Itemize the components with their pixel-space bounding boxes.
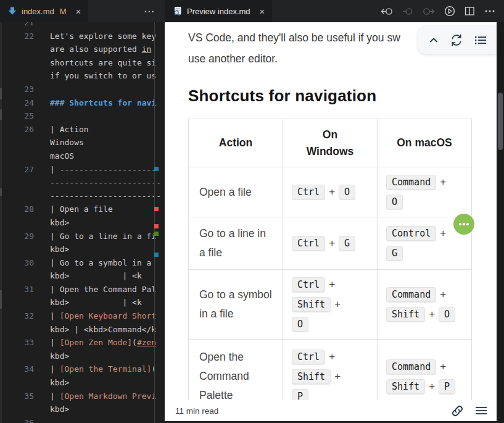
code-token: | Open a file (50, 204, 113, 214)
code-text: ----------------------- (50, 176, 161, 190)
more-actions-icon[interactable] (484, 6, 495, 16)
line-number (0, 403, 34, 416)
scroll-decoration-segment (0, 109, 2, 120)
kbd-key: Shift (386, 379, 425, 394)
code-text: | [Open the Terminal]( (50, 362, 156, 376)
editor-line: kbd> (0, 403, 165, 416)
editor-group-2-tabs: Preview index.md × (165, 0, 504, 22)
code-token: #zen (137, 338, 156, 347)
key-combo-line: Command+ (386, 285, 463, 304)
dot (466, 223, 469, 225)
line-number: 22 (0, 30, 34, 43)
code-token: [Open Keyboard Short (60, 311, 157, 320)
code-text: | Go to a symbol in a (50, 256, 151, 270)
editor-line: kbd> (0, 376, 165, 390)
editor-line: shortcuts are quite si (0, 56, 165, 70)
line-number: 21 (0, 22, 34, 30)
copy-link-icon[interactable] (450, 404, 465, 418)
markdown-source-editor[interactable]: 2122Let's explore some keyare also suppo… (0, 22, 165, 423)
table-row: Open a fileCtrl+OCommand+O (189, 167, 472, 217)
plus-separator: + (329, 186, 335, 198)
kbd-key: P (439, 379, 455, 394)
editor-ruler-line (154, 22, 155, 423)
line-number (0, 149, 34, 163)
split-editor-icon[interactable] (465, 6, 475, 16)
scroll-decoration-segment (0, 290, 2, 309)
code-token: | (50, 338, 60, 347)
close-tab-icon[interactable]: × (260, 7, 265, 16)
git-decoration-mark (154, 224, 159, 228)
line-number (0, 243, 34, 256)
editor-line: ----------------------- (0, 176, 165, 190)
markdown-preview-pane: VS Code, and they'll also be useful if y… (165, 22, 497, 421)
line-number: 23 (0, 83, 34, 96)
kbd-key: O (339, 185, 355, 199)
code-token: | Go to a symbol in a (50, 258, 151, 267)
menu-hamburger-icon[interactable] (474, 405, 488, 416)
navigate-previous-disabled-icon[interactable] (402, 6, 413, 17)
scroll-decoration-segment (0, 88, 2, 99)
kbd-key: O (439, 307, 455, 322)
kbd-key: O (386, 195, 403, 209)
line-number: 25 (0, 109, 34, 123)
editor-line: 24### Shortcuts for navi (0, 96, 165, 110)
code-token: | Go to a line in a fi (50, 232, 156, 241)
kbd-key: O (292, 317, 308, 332)
markdown-file-icon (7, 6, 17, 16)
more-tabs-icon[interactable]: ⋯ (144, 5, 155, 18)
key-combo-line: Command+ (386, 172, 463, 192)
code-token: kbd> | <k (50, 271, 142, 280)
code-token: kbd> (50, 351, 69, 361)
navigate-back-icon[interactable] (381, 6, 393, 17)
kbd-key: Shift (386, 307, 425, 322)
inline-more-options-button[interactable] (453, 214, 474, 235)
editor-line: ----------------------- (0, 190, 165, 203)
tab-preview-index-md[interactable]: Preview index.md × (165, 0, 272, 22)
editor-line: 21 (0, 22, 165, 30)
shortcut-keys-cell: Ctrl+O (283, 167, 378, 217)
code-text: shortcuts are quite si (50, 56, 156, 70)
editor-line: kbd> (0, 243, 165, 256)
editor-line: kbd> (0, 216, 165, 230)
line-number (0, 136, 34, 149)
run-preview-icon[interactable] (444, 6, 455, 17)
vscode-window: index.md M × ⋯ Preview index.md × (0, 0, 504, 423)
outline-list-icon[interactable] (473, 33, 488, 47)
line-number: 35 (0, 390, 34, 403)
preview-scrollbar-track[interactable] (497, 22, 504, 423)
plus-separator: + (329, 351, 335, 363)
code-text: kbd> (50, 403, 69, 416)
git-decoration-mark (154, 253, 159, 257)
navigate-forward-disabled-icon[interactable] (423, 6, 435, 17)
code-token: ----------------------- (50, 178, 161, 187)
code-text: | [Open Zen Mode](#zen (50, 336, 156, 350)
code-token: [Open Markdown Previ (60, 392, 157, 401)
code-token: Let's explore some key (50, 31, 156, 41)
shortcuts-table: ActionOn WindowsOn macOS Open a fileCtrl… (188, 119, 472, 414)
kbd-key: Ctrl (292, 185, 325, 199)
table-header-cell: On Windows (283, 119, 378, 167)
shortcut-keys-cell: Ctrl+Shift+O (283, 270, 378, 340)
editor-line: 35| [Open Markdown Previ (0, 390, 165, 403)
code-token: | -------------------- (50, 165, 156, 174)
code-token: [Open the Terminal] (60, 364, 152, 374)
kbd-key: Command (386, 359, 436, 374)
code-token: kbd> (50, 245, 69, 254)
code-text: | Open a file (50, 203, 113, 216)
collapse-up-icon[interactable] (427, 33, 440, 47)
line-number: 36 (0, 416, 34, 423)
kbd-key: Ctrl (292, 236, 325, 251)
editor-line: Windows (0, 136, 165, 149)
line-number: 30 (0, 256, 34, 270)
code-text: | -------------------- (50, 163, 156, 177)
key-combo-line: Shift+O (386, 304, 463, 324)
editor-line: 23 (0, 83, 165, 96)
tab-index-md[interactable]: index.md M × (0, 0, 88, 22)
editor-line: 36 (0, 416, 165, 423)
line-number: 27 (0, 163, 34, 177)
close-tab-icon[interactable]: × (76, 7, 81, 16)
code-token: [Open Zen Mode] (60, 338, 132, 347)
refresh-icon[interactable] (449, 33, 464, 48)
modified-badge: M (60, 7, 67, 16)
preview-scrollbar-thumb[interactable] (498, 93, 503, 150)
